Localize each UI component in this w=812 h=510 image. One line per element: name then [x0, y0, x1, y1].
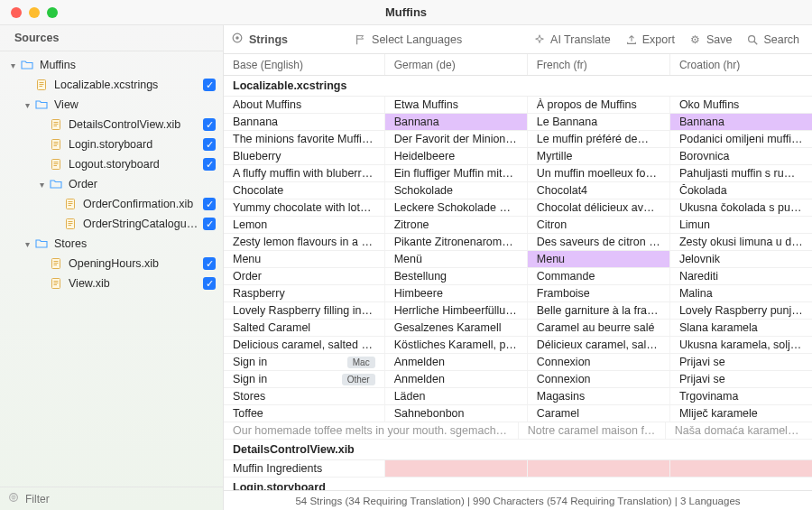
table-row[interactable]: MenuMenüMenuJelovnik [224, 251, 812, 268]
table-cell[interactable]: Oko Muffins [670, 97, 812, 113]
include-checkbox[interactable]: ✓ [203, 277, 216, 290]
table-cell[interactable]: Connexion [528, 354, 670, 370]
save-button[interactable]: Save [684, 31, 738, 49]
table-cell[interactable]: Muffin Ingredients [224, 460, 385, 477]
table-cell[interactable]: About Muffins [224, 97, 385, 113]
table-cell[interactable]: Ukusna karamela, solje… [670, 337, 812, 353]
include-checkbox[interactable]: ✓ [203, 79, 216, 91]
tree-item[interactable]: ▸OrderStringCatalogue.xcstrings✓ [0, 214, 223, 234]
table-row[interactable]: Yummy chocolate with lots…Leckere Schoko… [224, 199, 812, 217]
table-cell[interactable]: Menu [528, 251, 670, 267]
table-row[interactable]: Muffin Ingredients [224, 460, 812, 478]
table-cell[interactable]: Mliječ karamele [670, 405, 812, 422]
column-header[interactable]: French (fr) [528, 54, 670, 75]
table-cell[interactable]: Blueberry [224, 148, 385, 164]
strings-table[interactable]: Localizable.xcstringsAbout MuffinsEtwa M… [224, 76, 812, 490]
close-window-button[interactable] [11, 7, 22, 18]
include-checkbox[interactable]: ✓ [203, 158, 216, 171]
table-cell[interactable]: À propos de Muffins [528, 97, 670, 113]
table-cell[interactable]: Caramel au beurre salé [528, 320, 670, 336]
table-cell[interactable]: Leckere Schokolade mi… [385, 199, 528, 216]
include-checkbox[interactable]: ✓ [203, 138, 216, 151]
table-cell[interactable]: Prijavi se [670, 371, 812, 387]
disclosure-chevron-icon[interactable]: ▾ [22, 239, 32, 249]
table-cell[interactable]: Toffee [224, 405, 385, 422]
table-cell[interactable] [385, 460, 528, 477]
tree-item[interactable]: ▸DetailsControlView.xib✓ [0, 115, 223, 134]
table-cell[interactable]: Der Favorit der Minions… [385, 131, 528, 147]
table-row[interactable]: Zesty lemon flavours in a de…Pikante Zit… [224, 234, 812, 251]
table-cell[interactable]: Chocolat4 [528, 182, 670, 199]
table-row[interactable]: LemonZitroneCitronLimun [224, 217, 812, 234]
disclosure-chevron-icon[interactable]: ▾ [7, 60, 18, 70]
table-cell[interactable]: Stores [224, 388, 385, 404]
table-cell[interactable]: Heidelbeere [385, 148, 528, 164]
table-cell[interactable]: Trgovinama [670, 388, 812, 404]
table-cell[interactable]: Lovely Raspberry filling in a… [224, 302, 385, 319]
table-cell[interactable]: Menu [224, 251, 385, 267]
column-header[interactable]: Base (English) [224, 54, 385, 75]
table-row[interactable]: About MuffinsEtwa MuffinsÀ propos de Muf… [224, 97, 812, 114]
table-cell[interactable]: Naša domaća karamela… [666, 422, 812, 439]
ai-translate-button[interactable]: AI Translate [528, 31, 616, 49]
table-cell[interactable]: Bestellung [385, 268, 528, 284]
table-cell[interactable]: Pahuljasti muffin s rum… [670, 165, 812, 181]
table-cell[interactable]: Etwa Muffins [385, 97, 528, 113]
table-cell[interactable]: A fluffy muffin with bluberri… [224, 165, 385, 181]
filter-input[interactable] [25, 493, 216, 505]
table-row[interactable]: StoresLädenMagasinsTrgovinama [224, 388, 812, 405]
table-cell[interactable]: Des saveurs de citron p… [528, 234, 670, 250]
tree-item[interactable]: ▾Order [0, 174, 223, 194]
table-cell[interactable]: Herrliche Himbeerfüllu… [385, 302, 528, 319]
column-header[interactable]: German (de) [385, 54, 528, 75]
table-row[interactable]: Delicious caramel, salted to…Köstliches … [224, 337, 812, 354]
table-cell[interactable]: Ein fluffiger Muffin mit… [385, 165, 528, 181]
table-row[interactable]: ChocolateSchokoladeChocolat4Čokolada [224, 182, 812, 199]
table-cell[interactable]: Jelovnik [670, 251, 812, 267]
table-cell[interactable]: Connexion [528, 371, 670, 387]
table-cell[interactable]: Framboise [528, 285, 670, 301]
table-row[interactable]: Salted CaramelGesalzenes KaramellCaramel… [224, 320, 812, 337]
table-row[interactable]: BannanaBannanaLe BannanaBannana [224, 114, 812, 131]
table-cell[interactable]: Pikante Zitronenarome… [385, 234, 528, 250]
tree-item[interactable]: ▾Stores [0, 234, 223, 254]
table-cell[interactable]: Yummy chocolate with lots… [224, 199, 385, 216]
table-cell[interactable]: Delicious caramel, salted to… [224, 337, 385, 353]
minimize-window-button[interactable] [29, 7, 40, 18]
tree-item[interactable]: ▾View [0, 95, 223, 115]
table-cell[interactable]: Sahnebonbon [385, 405, 528, 422]
table-cell[interactable]: Zitrone [385, 217, 528, 233]
table-cell[interactable]: Läden [385, 388, 528, 404]
include-checkbox[interactable]: ✓ [203, 257, 216, 270]
table-row[interactable]: BlueberryHeidelbeereMyrtilleBorovnica [224, 148, 812, 165]
table-cell[interactable]: Le Bannana [528, 114, 670, 130]
table-cell[interactable]: Lovely Raspberry punje… [670, 302, 812, 319]
table-row[interactable]: Lovely Raspberry filling in a…Herrliche … [224, 302, 812, 320]
tree-item[interactable]: ▸Logout.storyboard✓ [0, 154, 223, 174]
table-row[interactable]: A fluffy muffin with bluberri…Ein fluffi… [224, 165, 812, 182]
source-tree[interactable]: ▾Muffins▸Localizable.xcstrings✓▾View▸Det… [0, 51, 223, 487]
table-cell[interactable]: Délicieux caramel, salé… [528, 337, 670, 353]
table-cell[interactable]: Zesty okusi limuna u de… [670, 234, 812, 250]
table-cell[interactable]: Bannana [670, 114, 812, 130]
disclosure-chevron-icon[interactable]: ▾ [36, 180, 47, 190]
table-cell[interactable]: The minions favorite Muffin,… [224, 131, 385, 147]
table-cell[interactable]: Himbeere [385, 285, 528, 301]
export-button[interactable]: Export [620, 31, 680, 49]
table-cell[interactable]: Belle garniture à la fra… [528, 302, 670, 319]
tree-item[interactable]: ▾Muffins [0, 55, 223, 75]
table-cell[interactable]: Köstliches Karamell, pe… [385, 337, 528, 353]
table-cell[interactable]: Slana karamela [670, 320, 812, 336]
table-row[interactable]: Sign inMacAnmeldenConnexionPrijavi se [224, 354, 812, 371]
table-cell[interactable]: Myrtille [528, 148, 670, 164]
table-cell[interactable]: Lemon [224, 217, 385, 233]
search-button[interactable]: Search [741, 31, 805, 49]
table-row[interactable]: The minions favorite Muffin,…Der Favorit… [224, 131, 812, 148]
tree-item[interactable]: ▸OpeningHours.xib✓ [0, 254, 223, 274]
table-cell[interactable]: Ukusna čokolada s pun… [670, 199, 812, 216]
table-cell[interactable]: Sign inOther [224, 371, 385, 387]
table-cell[interactable]: Limun [670, 217, 812, 233]
disclosure-chevron-icon[interactable]: ▾ [22, 100, 32, 110]
table-cell[interactable]: Citron [528, 217, 670, 233]
tree-item[interactable]: ▸View.xib✓ [0, 274, 223, 293]
